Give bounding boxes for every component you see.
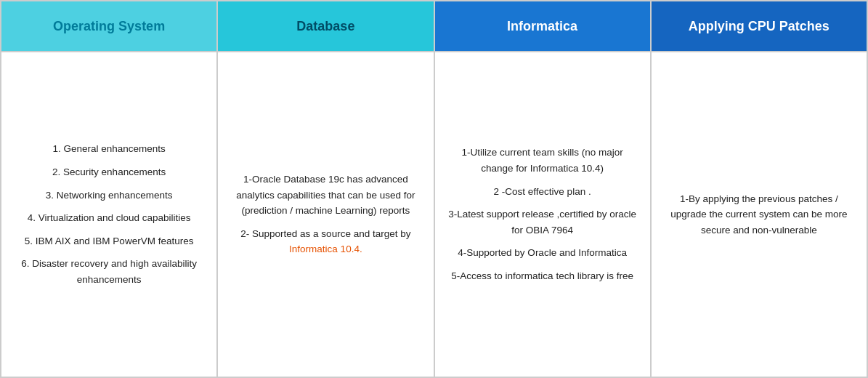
cpu-item-1: 1-By applying the previous patches / upg… (665, 191, 853, 238)
os-item-3: 3. Networking enhancements (15, 188, 203, 204)
body-col-db: 1-Oracle Database 19c has advanced analy… (217, 52, 434, 377)
db-item-2: 2- Supported as a source and target by I… (231, 226, 420, 257)
inf-item-4: 4-Supported by Oracle and Informatica (448, 245, 637, 261)
inf-item-2: 2 -Cost effective plan . (448, 184, 637, 200)
header-label-db: Database (296, 19, 354, 34)
body-col-os: 1. General enhancements 2. Security enha… (1, 52, 217, 377)
header-col-os: Operating System (1, 1, 217, 52)
os-item-5: 5. IBM AIX and IBM PowerVM features (15, 233, 203, 249)
header-col-db: Database (217, 1, 434, 52)
body-col-informatica: 1-Utilize current team skills (no major … (434, 52, 651, 377)
body-row: 1. General enhancements 2. Security enha… (1, 52, 867, 377)
body-col-cpu: 1-By applying the previous patches / upg… (651, 52, 867, 377)
header-label-informatica: Informatica (507, 19, 577, 34)
header-label-os: Operating System (53, 19, 165, 34)
db-item-1: 1-Oracle Database 19c has advanced analy… (231, 172, 420, 219)
db-informatica-link: Informatica 10.4. (289, 244, 362, 254)
os-item-4: 4. Virtualization and cloud capabilities (15, 210, 203, 226)
os-item-6: 6. Disaster recovery and high availabili… (15, 256, 203, 287)
header-label-cpu: Applying CPU Patches (689, 19, 830, 34)
os-item-2: 2. Security enhancements (15, 164, 203, 180)
os-item-1: 1. General enhancements (15, 141, 203, 157)
main-table: Operating System Database Informatica Ap… (0, 0, 868, 378)
inf-item-3: 3-Latest support release ,certified by o… (448, 206, 637, 238)
header-row: Operating System Database Informatica Ap… (1, 1, 867, 52)
inf-item-5: 5-Access to informatica tech library is … (448, 268, 637, 284)
header-col-cpu: Applying CPU Patches (651, 1, 867, 52)
header-col-informatica: Informatica (434, 1, 651, 52)
inf-item-1: 1-Utilize current team skills (no major … (448, 145, 637, 176)
